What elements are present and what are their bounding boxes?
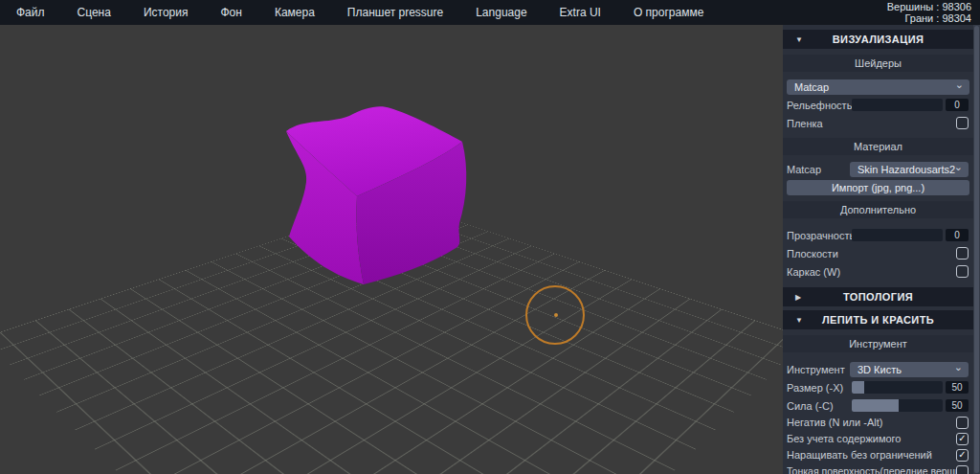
wireframe-checkbox[interactable]: ✓	[956, 265, 969, 278]
opacity-value[interactable]: 0	[946, 229, 969, 241]
sidebar-panel: ▼ ВИЗУАЛИЗАЦИЯ Шейдеры Matcap ⌄ Рельефно…	[783, 25, 980, 474]
chevron-down-icon: ⌄	[954, 161, 963, 173]
menu-item-about[interactable]: О программе	[617, 0, 720, 25]
thin-surface-row: Тонкая поверхность(передние вершины) ✓	[783, 463, 973, 474]
import-matcap-button[interactable]: Импорт (jpg, png...)	[787, 180, 969, 195]
section-sculpt-paint[interactable]: ▼ ЛЕПИТЬ И КРАСИТЬ	[783, 310, 973, 329]
opacity-row: Прозрачность 0	[783, 227, 973, 243]
menu-item-file[interactable]: Файл	[0, 0, 61, 25]
opacity-slider[interactable]	[852, 229, 943, 241]
menu-item-camera[interactable]: Камера	[258, 0, 331, 25]
flat-shading-label: Плоскости	[787, 248, 956, 260]
section-title: ЛЕПИТЬ И КРАСИТЬ	[783, 314, 973, 326]
culling-row: Без учета содержимого ✓	[783, 431, 973, 446]
size-row: Размер (-X) 50	[783, 379, 973, 395]
strength-slider[interactable]	[852, 399, 943, 412]
shader-select-value: Matcap	[794, 81, 829, 93]
culling-label: Без учета содержимого	[787, 433, 956, 444]
subheader-material: Материал	[783, 138, 973, 155]
subheader-additional: Дополнительно	[783, 201, 973, 218]
menu-item-background[interactable]: Фон	[204, 0, 257, 25]
checkmark-icon: ✓	[958, 450, 966, 460]
menu-item-language[interactable]: Language	[459, 0, 543, 25]
menu-bar: Файл Сцена История Фон Камера Планшет pr…	[0, 0, 980, 25]
thin-surface-label: Тонкая поверхность(передние вершины)	[787, 465, 956, 474]
tool-row: Инструмент 3D Кисть ⌄	[783, 361, 973, 377]
flat-shading-row: Плоскости ✓	[783, 245, 973, 261]
accumulate-row: Наращивать без ограничений ✓	[783, 447, 973, 463]
subheader-shaders: Шейдеры	[783, 55, 973, 72]
menu-item-history[interactable]: История	[127, 0, 205, 25]
matcap-label: Matcap	[787, 164, 850, 175]
tool-select-value: 3D Кисть	[858, 364, 902, 375]
vertices-count: Вершины : 98306	[887, 1, 971, 12]
section-title: ТОПОЛОГИЯ	[783, 291, 973, 303]
viewport-3d[interactable]	[0, 25, 783, 474]
triangle-collapsed-icon: ▶	[795, 293, 801, 302]
triangle-expanded-icon: ▼	[795, 35, 803, 44]
film-checkbox[interactable]: ✓	[956, 117, 969, 129]
relief-label: Рельефность	[787, 100, 852, 111]
faces-count: Грани : 98304	[887, 12, 971, 24]
negative-label: Негатив (N или -Alt)	[787, 417, 956, 428]
tool-label: Инструмент	[787, 364, 850, 375]
sculpted-cube	[258, 103, 479, 295]
strength-value[interactable]: 50	[946, 399, 969, 412]
strength-row: Сила (-C) 50	[783, 397, 973, 414]
menu-item-extra-ui[interactable]: Extra UI	[544, 0, 617, 25]
sidebar-scrollbar[interactable]	[973, 25, 980, 474]
chevron-down-icon: ⌄	[955, 79, 964, 91]
matcap-row: Matcap Skin Hazardousarts2 ⌄	[783, 161, 973, 177]
negative-checkbox[interactable]: ✓	[956, 417, 969, 429]
size-slider[interactable]	[852, 381, 943, 394]
film-row: Пленка ✓	[783, 115, 973, 131]
triangle-expanded-icon: ▼	[795, 316, 803, 325]
section-title: ВИЗУАЛИЗАЦИЯ	[783, 34, 973, 45]
size-slider-fill	[852, 381, 864, 394]
wireframe-row: Каркас (W) ✓	[783, 263, 973, 280]
accumulate-checkbox[interactable]: ✓	[956, 449, 969, 462]
wireframe-label: Каркас (W)	[787, 266, 956, 278]
tool-select[interactable]: 3D Кисть ⌄	[850, 362, 969, 377]
relief-row: Рельефность 0	[783, 97, 973, 113]
menu-item-scene[interactable]: Сцена	[61, 0, 127, 25]
brush-center-dot	[554, 313, 558, 317]
subheader-tool: Инструмент	[783, 335, 973, 352]
accumulate-label: Наращивать без ограничений	[787, 449, 956, 461]
chevron-down-icon: ⌄	[954, 361, 963, 373]
section-visualization[interactable]: ▼ ВИЗУАЛИЗАЦИЯ	[783, 30, 973, 49]
flat-shading-checkbox[interactable]: ✓	[956, 247, 969, 260]
menu-item-tablet-pressure[interactable]: Планшет pressure	[331, 0, 459, 25]
strength-label: Сила (-C)	[787, 400, 852, 412]
section-topology[interactable]: ▶ ТОПОЛОГИЯ	[783, 287, 973, 306]
mesh-stats: Вершины : 98306 Грани : 98304	[887, 1, 971, 24]
size-value[interactable]: 50	[946, 381, 969, 394]
matcap-select[interactable]: Skin Hazardousarts2 ⌄	[850, 162, 969, 177]
scrollbar-thumb[interactable]	[974, 26, 979, 473]
strength-slider-fill	[852, 399, 899, 412]
relief-value[interactable]: 0	[946, 99, 969, 111]
checkmark-icon: ✓	[958, 434, 966, 443]
opacity-label: Прозрачность	[787, 230, 852, 241]
thin-surface-checkbox[interactable]: ✓	[956, 465, 969, 474]
film-label: Пленка	[787, 118, 956, 129]
relief-slider[interactable]	[852, 99, 943, 111]
negative-row: Негатив (N или -Alt) ✓	[783, 415, 973, 430]
culling-checkbox[interactable]: ✓	[956, 433, 969, 445]
size-label: Размер (-X)	[787, 382, 852, 394]
matcap-select-value: Skin Hazardousarts2	[858, 164, 955, 175]
shader-select[interactable]: Matcap ⌄	[787, 79, 969, 95]
